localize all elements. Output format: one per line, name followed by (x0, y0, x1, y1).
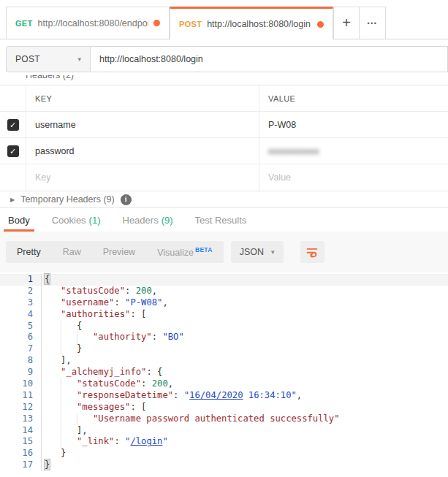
response-viewer-toolbar: Pretty Raw Preview VisualizeBETA JSON ▾ (0, 232, 448, 272)
code-line: 12"messages": [ (0, 402, 448, 413)
mode-preview[interactable]: Preview (92, 241, 146, 263)
response-tab-test-results[interactable]: Test Results (193, 208, 249, 232)
code-token-key: "_alchemyj_info" (61, 367, 146, 377)
line-number: 4 (0, 309, 42, 321)
code-token-str: " (184, 390, 189, 400)
code-token-punc: } (77, 343, 82, 354)
code-line: 5{ (0, 321, 448, 332)
code-token-punc: } (61, 448, 66, 458)
table-row-username: ✓ username P-W08 (0, 112, 448, 138)
table-header-row: KEY VALUE (0, 85, 448, 112)
temporary-headers-row[interactable]: ▶ Temporary Headers (9) i (0, 191, 448, 208)
mode-visualize[interactable]: VisualizeBETA (146, 239, 224, 264)
response-tab-cookies[interactable]: Cookies (1) (50, 208, 103, 232)
indent-guide (61, 425, 77, 437)
more-dots-icon: ••• (368, 20, 378, 27)
key-cell[interactable]: password (26, 138, 259, 164)
method-badge-get: GET (15, 19, 33, 28)
code-line: 6"authority": "BO" (0, 332, 448, 343)
info-icon[interactable]: i (121, 194, 132, 205)
code-line: 7} (0, 343, 448, 355)
checkbox-checked[interactable]: ✓ (7, 145, 19, 157)
line-number: 13 (0, 413, 42, 425)
code-token-key: "username" (61, 297, 114, 308)
line-number: 11 (0, 390, 42, 402)
line-number: 16 (0, 448, 42, 459)
value-cell[interactable]: P-W08 (259, 112, 448, 137)
chevron-down-icon: ▾ (271, 248, 275, 256)
indent-spacer (45, 378, 61, 390)
code-token-num: 200 (152, 378, 168, 389)
tab-count: (1) (89, 215, 101, 226)
view-mode-segmented-control: Pretty Raw Preview VisualizeBETA (6, 241, 224, 263)
table-row-empty: Key Value (0, 164, 448, 191)
mode-raw[interactable]: Raw (52, 241, 92, 263)
request-tab-post-login[interactable]: POST http://localhost:8080/login (170, 7, 333, 39)
wrap-lines-button[interactable] (300, 241, 324, 263)
line-number: 9 (0, 367, 42, 378)
code-line: 11"responseDatetime": "16/04/2020 16:34:… (0, 390, 448, 402)
response-tab-body[interactable]: Body (6, 208, 32, 232)
checkbox-cell-empty (0, 164, 26, 191)
indent-guide (61, 390, 77, 402)
indent-spacer (45, 390, 61, 402)
code-link[interactable]: 16/04/2020 (189, 390, 243, 400)
mode-pretty[interactable]: Pretty (6, 241, 52, 263)
indent-guide (61, 321, 77, 332)
code-token-punc: , (297, 390, 302, 400)
code-token-str: " (162, 436, 167, 446)
code-line: 2"statusCode": 200, (0, 286, 448, 297)
indent-guide (61, 343, 77, 355)
code-line: 10"statusCode": 200, (0, 378, 448, 390)
response-tab-headers[interactable]: Headers (9) (121, 208, 175, 232)
tab-options-button[interactable]: ••• (360, 7, 386, 39)
code-token-punc: ], (77, 425, 88, 435)
indent-guide (61, 378, 77, 390)
indent-spacer (45, 355, 61, 367)
indent-guide (77, 413, 93, 425)
indent-guide (61, 436, 77, 448)
language-select[interactable]: JSON ▾ (231, 241, 284, 263)
key-column-header: KEY (26, 85, 259, 111)
code-token-key: "_link" (77, 436, 114, 446)
temporary-headers-label: Temporary Headers (9) (20, 194, 115, 205)
code-token-punc: { (77, 321, 82, 331)
line-number: 6 (0, 332, 42, 343)
indent-spacer (45, 448, 61, 459)
tab-count: (9) (162, 215, 173, 226)
method-select[interactable]: POST ▾ (6, 46, 91, 72)
code-link[interactable]: /login (130, 436, 162, 446)
code-line: 13"Username password authenticated succe… (0, 413, 448, 425)
code-token-punc: , (168, 378, 173, 389)
value-cell-blurred[interactable]: ●●●●●●●●● (259, 138, 448, 164)
code-token-match: } (45, 459, 50, 470)
request-tab-get-endpoint[interactable]: GET http://localhost:8080/endpoint... (6, 7, 170, 39)
code-line: 3"username": "P-W08", (0, 297, 448, 309)
language-select-value: JSON (240, 247, 264, 257)
line-number: 14 (0, 425, 42, 437)
line-number: 10 (0, 378, 42, 390)
clipped-section-row: Headers (2) (0, 75, 448, 85)
key-cell-placeholder[interactable]: Key (26, 164, 259, 191)
unsaved-changes-dot (153, 20, 160, 26)
code-token-key: "statusCode" (61, 286, 125, 296)
line-number: 1 (0, 274, 42, 286)
code-token-punc: : (114, 436, 125, 446)
code-token-key: "statusCode" (77, 378, 141, 389)
indent-guide (61, 332, 77, 343)
line-number: 3 (0, 297, 42, 309)
code-line: 14], (0, 425, 448, 437)
code-token-str: 16:34:10" (243, 390, 296, 400)
checkbox-checked[interactable]: ✓ (7, 119, 19, 131)
line-number: 12 (0, 402, 42, 413)
indent-spacer (45, 402, 61, 413)
value-cell-placeholder[interactable]: Value (259, 164, 448, 191)
chevron-down-icon: ▾ (77, 56, 81, 63)
new-tab-button[interactable]: + (333, 7, 360, 39)
select-all-cell (0, 85, 26, 111)
key-cell[interactable]: username (26, 112, 259, 137)
indent-spacer (45, 343, 61, 355)
tab-label: Test Results (195, 215, 247, 226)
line-number: 17 (0, 459, 42, 471)
url-input[interactable] (91, 46, 448, 72)
